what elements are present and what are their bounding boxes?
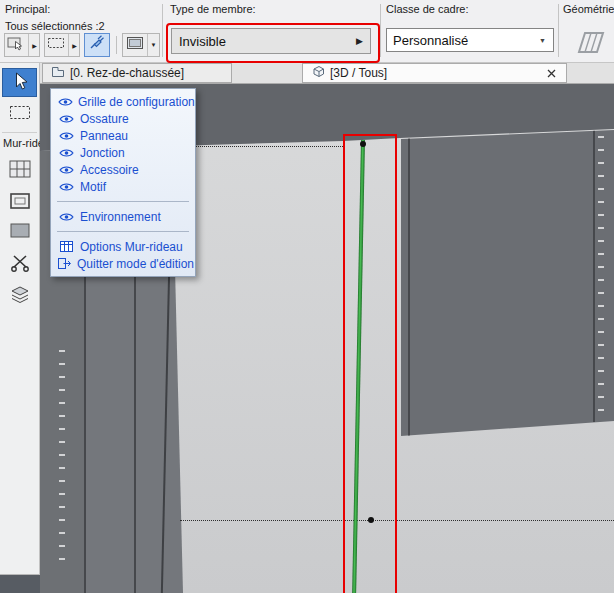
cursor-arrow-icon (11, 71, 29, 95)
menu-item-options-mur-rideau[interactable]: Options Mur-rideau (51, 238, 195, 255)
syringe-icon (88, 35, 106, 55)
tab-floor-plan[interactable]: [0. Rez-de-chaussée] (42, 63, 232, 83)
geometry-method-button[interactable] (571, 27, 607, 61)
scheme-grid-tool[interactable] (2, 156, 37, 185)
menu-item-label: Jonction (80, 146, 125, 160)
marquee-settings-button[interactable]: ▶ (44, 33, 80, 57)
tab-floor-plan-label: [0. Rez-de-chaussée] (70, 66, 184, 80)
curtain-wall-edit-menu: Grille de configuration Ossature Panneau… (50, 88, 196, 277)
menu-item-label: Motif (80, 180, 106, 194)
pet-palette-icon (7, 36, 25, 55)
panel-icon (10, 223, 30, 242)
grid-icon (9, 160, 31, 182)
member-handle-top[interactable] (360, 141, 366, 147)
menu-item-quitter-mode-edition[interactable]: Quitter mode d'édition (51, 255, 195, 272)
flyout-arrow-icon: ▶ (28, 34, 37, 56)
eye-icon (58, 148, 75, 158)
dropdown-arrow-icon: ▼ (147, 34, 157, 56)
menu-item-configuration-grid[interactable]: Grille de configuration (51, 93, 195, 110)
frame-class-label: Classe de cadre: (386, 3, 469, 15)
member-handle-bottom[interactable] (368, 517, 374, 523)
member-type-label: Type de membre: (170, 3, 256, 15)
member-type-value: Invisible (179, 34, 226, 49)
layers-icon (10, 286, 30, 307)
tab-3d-view[interactable]: [3D / Tous] (302, 63, 567, 83)
red-highlight-member (343, 134, 397, 593)
table-icon (58, 241, 75, 252)
menu-item-environnement[interactable]: Environnement (51, 208, 195, 225)
member-type-dropdown[interactable]: Invisible ▶ (171, 28, 371, 54)
pickup-parameters-button[interactable] (84, 33, 110, 57)
eye-icon (58, 182, 75, 192)
eye-icon (58, 212, 75, 222)
arrow-select-tool[interactable] (2, 68, 37, 97)
scissors-icon (10, 254, 30, 276)
frame-class-value: Personnalisé (393, 33, 468, 48)
menu-item-ossature[interactable]: Ossature (51, 110, 195, 127)
mullion-line (408, 138, 410, 436)
menu-item-label: Environnement (80, 210, 161, 224)
toolbox-title: Mur-ride (3, 137, 40, 149)
frame-tool[interactable] (2, 188, 37, 217)
toolbar-separator (558, 4, 559, 57)
menu-item-jonction[interactable]: Jonction (51, 144, 195, 161)
screen-icon (126, 36, 144, 54)
menu-item-panneau[interactable]: Panneau (51, 127, 195, 144)
grid-tick-marks (598, 136, 604, 420)
select-settings-button[interactable]: ▶ (4, 33, 40, 57)
top-toolbar: Principal: Tous sélectionnés :2 ▶ ▶ ▼ (0, 0, 614, 63)
accessory-tool[interactable] (2, 282, 37, 311)
view-options-button[interactable]: ▼ (122, 33, 160, 57)
eye-icon (58, 165, 75, 175)
menu-item-label: Ossature (80, 112, 129, 126)
menu-item-label: Accessoire (80, 163, 139, 177)
tab-3d-view-label: [3D / Tous] (330, 66, 387, 80)
flyout-arrow-icon: ▶ (356, 36, 363, 46)
frame-class-combobox[interactable]: Personnalisé ▼ (386, 28, 554, 52)
principal-section-label: Principal: (5, 3, 50, 15)
menu-item-label: Options Mur-rideau (80, 240, 183, 254)
archicad-curtain-wall-edit-window: Principal: Tous sélectionnés :2 ▶ ▶ ▼ (0, 0, 614, 593)
menu-separator (57, 231, 189, 232)
exit-icon (58, 258, 72, 269)
mullion-line (593, 130, 595, 422)
frame-icon (10, 193, 30, 213)
toolbar-separator (162, 4, 163, 57)
eye-icon (58, 114, 75, 124)
marquee-tool[interactable] (2, 100, 37, 129)
dropdown-arrow-icon: ▼ (536, 37, 549, 44)
flyout-arrow-icon: ▶ (68, 34, 77, 56)
curtain-wall-geometry-icon (571, 43, 607, 60)
close-tab-icon[interactable] (545, 67, 558, 80)
floor-plan-icon (51, 66, 65, 81)
selection-status: Tous sélectionnés :2 (5, 20, 105, 32)
menu-item-label: Grille de configuration (78, 95, 195, 109)
marquee-icon (47, 36, 65, 54)
selected-curtain-wall-member[interactable] (352, 140, 365, 593)
menu-item-accessoire[interactable]: Accessoire (51, 161, 195, 178)
toolbar-separator (380, 4, 381, 57)
toolbar-mini-separator (116, 36, 117, 54)
toolbox-divider (2, 132, 37, 133)
geometry-section-label: Géométrie d (563, 3, 614, 15)
cube-3d-icon (311, 65, 325, 81)
reference-dotted-line-upper (172, 146, 343, 147)
menu-separator (57, 201, 189, 202)
menu-item-label: Quitter mode d'édition (77, 257, 194, 271)
menu-item-label: Panneau (80, 129, 128, 143)
menu-item-motif[interactable]: Motif (51, 178, 195, 195)
reference-dotted-line-lower (180, 520, 614, 521)
junction-tool[interactable] (2, 250, 37, 279)
marquee-icon (9, 105, 31, 124)
grid-tick-marks (59, 350, 65, 562)
viewport-under-palette (0, 575, 40, 593)
toolbox-palette: Mur-ride (0, 62, 40, 575)
eye-icon (58, 97, 73, 107)
view-tab-bar: [0. Rez-de-chaussée] [3D / Tous] (40, 62, 614, 84)
eye-icon (58, 131, 75, 141)
panel-tool[interactable] (2, 218, 37, 247)
